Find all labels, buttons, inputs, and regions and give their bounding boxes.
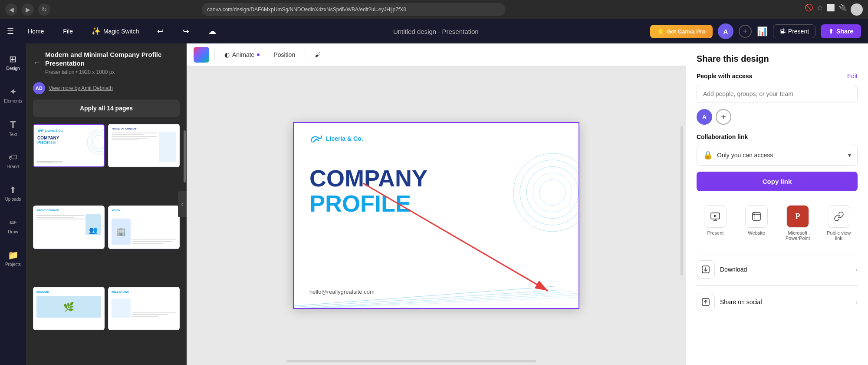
canvas-area[interactable]: Liceria & Co. COMPANY PROFILE hello@real… [187,66,686,365]
svg-point-23 [753,213,754,214]
access-dropdown-left: 🔒 Only you can access [703,150,773,160]
share-option-present[interactable]: Present [697,202,734,244]
sidebar-item-projects[interactable]: 📁 Projects [2,246,24,270]
format-button[interactable]: 🖌 [310,49,325,61]
thumb-1-logo: Liceria & Co. [45,129,63,132]
redo-button[interactable]: ↪ [178,24,194,39]
forward-button[interactable]: ▶ [22,3,34,16]
chevron-down-icon: ▾ [848,152,851,159]
template-thumb-5[interactable]: MISSION 🌿 [33,287,105,330]
share-social-svg-icon [701,297,710,307]
template-thumb-1[interactable]: Liceria & Co. COMPANY PROFILE hello@real… [33,124,105,167]
slide-canvas[interactable]: Liceria & Co. COMPANY PROFILE hello@real… [293,122,579,309]
save-cloud-button[interactable]: ☁ [203,24,221,39]
sidebar-label-design: Design [6,66,20,71]
download-left: Download [697,260,747,279]
add-person-button[interactable]: + [716,109,731,125]
slide-logo-text: Liceria & Co. [326,135,363,142]
windows-icon[interactable]: ⬜ [826,3,835,16]
camera-off-icon[interactable]: 🚫 [805,3,813,16]
slide-logo: Liceria & Co. [309,133,363,144]
editor-area: ◐ Animate Position 🖌 [187,43,686,365]
file-nav-button[interactable]: File [58,25,78,37]
share-option-powerpoint[interactable]: P Microsoft PowerPoint [779,202,817,244]
canvas-scrollbar-horizontal[interactable] [286,360,536,362]
svg-line-10 [302,292,572,308]
present-button[interactable]: 📽 Present [773,24,815,38]
editor-toolbar: ◐ Animate Position 🖌 [187,43,686,66]
share-social-label: Share on social [720,299,762,305]
svg-point-2 [92,135,104,149]
share-social-list-item[interactable]: Share on social › [697,285,858,318]
position-button[interactable]: Position [269,49,299,61]
pro-star-icon: ⭐ [657,28,664,35]
svg-point-3 [513,153,579,232]
website-option-icon [745,205,768,228]
toolbar-divider-2 [305,50,305,60]
analytics-icon[interactable]: 📊 [757,26,768,36]
collab-link-label: Collaboration link [697,133,858,140]
panel-subtitle: Presentation • 1920 x 1080 px [45,69,180,75]
people-input-field[interactable] [697,85,858,103]
people-access-section: People with access Edit [697,73,858,80]
add-collaborator-button[interactable]: + [739,25,752,38]
magic-switch-button[interactable]: ✨ Magic Switch [87,24,143,39]
back-button[interactable]: ◀ [5,3,17,16]
svg-marker-19 [714,215,717,217]
download-icon [697,260,715,279]
apply-all-button[interactable]: Apply all 14 pages [33,100,180,117]
sidebar-item-text[interactable]: T Text [6,116,20,140]
panel-header: ← Modern and Minimal Company Profile Pre… [26,43,187,82]
edit-access-link[interactable]: Edit [847,73,858,80]
template-thumb-3[interactable]: ABOUT COMPANY 👥 [33,206,105,249]
user-avatar[interactable]: A [718,23,733,39]
present-icon: 📽 [779,28,786,35]
design-icon: ⊞ [9,54,16,64]
left-sidebar: ⊞ Design ✦ Elements T Text 🏷 Brand ⬆ Upl… [0,43,26,365]
undo-button[interactable]: ↩ [152,24,169,39]
share-button[interactable]: ⬆ Share [821,24,861,38]
template-thumb-4[interactable]: VISION 🏢 [108,206,180,249]
copy-link-button[interactable]: Copy link [697,172,858,191]
panel-back-button[interactable]: ← [33,58,41,67]
share-option-public-link[interactable]: Public view link [820,202,858,244]
sidebar-item-uploads[interactable]: ⬆ Uploads [2,181,25,205]
public-link-option-icon [828,205,850,228]
brand-icon: 🏷 [9,153,17,163]
hamburger-icon[interactable]: ☰ [7,27,14,36]
animate-button[interactable]: ◐ Animate [220,49,264,61]
canvas-scrollbar-vertical[interactable] [681,126,683,275]
slide-logo-icon [309,133,323,144]
template-thumb-2[interactable]: TABLE OF CONTENT [108,124,180,167]
color-palette-button[interactable] [194,47,209,63]
share-option-website[interactable]: Website [738,202,776,244]
template-thumb-6[interactable]: MILESTONE [108,287,180,330]
share-options-grid: Present Website P Microsoft PowerP [697,202,858,244]
access-dropdown[interactable]: 🔒 Only you can access ▾ [697,145,858,166]
browser-profile-avatar[interactable] [851,3,863,16]
home-nav-button[interactable]: Home [23,25,49,37]
design-title: Untitled design - Presentation [230,28,641,35]
extension-icon[interactable]: 🔌 [838,3,847,16]
sidebar-item-elements[interactable]: ✦ Elements [0,83,26,107]
sidebar-item-brand[interactable]: 🏷 Brand [4,149,23,173]
browser-bar: ◀ ▶ ↻ canva.com/design/DAF6MxpUmSg/NNDOe… [0,0,868,19]
collapse-panel-button[interactable]: ‹ [178,191,187,217]
panel-title: Modern and Minimal Company Profile Prese… [45,50,180,67]
download-list-item[interactable]: Download › [697,253,858,285]
refresh-button[interactable]: ↻ [38,3,50,16]
url-bar[interactable]: canva.com/design/DAF6MxpUmSg/NNDOedlnX4z… [202,3,506,16]
animate-icon: ◐ [224,51,230,58]
sidebar-item-draw[interactable]: ✏ Draw [4,214,21,238]
templates-grid: Liceria & Co. COMPANY PROFILE hello@real… [26,124,187,365]
powerpoint-option-label: Microsoft PowerPoint [783,230,813,241]
star-icon[interactable]: ☆ [817,3,823,16]
sidebar-label-draw: Draw [8,229,18,234]
panel-scrollbar[interactable] [184,130,186,182]
sidebar-item-design[interactable]: ⊞ Design [3,50,23,74]
svg-point-6 [533,173,572,212]
author-link[interactable]: View more by Amit Debnath [49,85,113,91]
get-canva-pro-button[interactable]: ⭐ Get Canva Pro [650,25,713,38]
sidebar-label-uploads: Uploads [5,197,21,202]
svg-point-4 [520,160,579,225]
